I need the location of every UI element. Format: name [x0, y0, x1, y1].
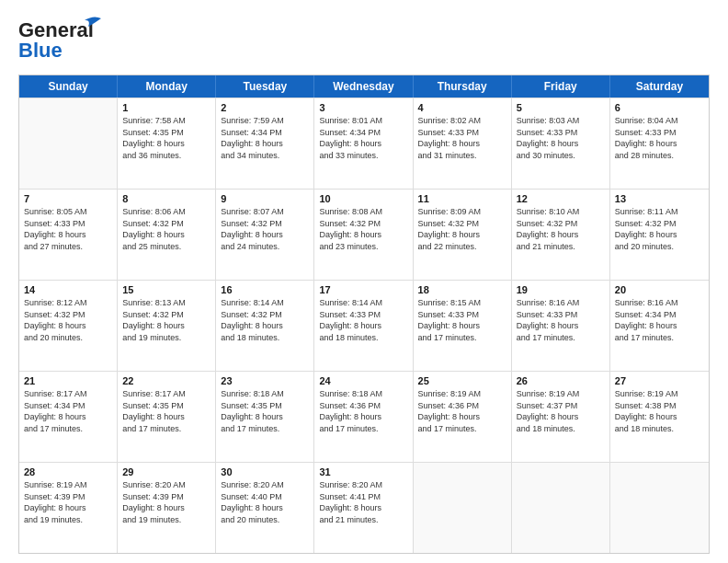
day-number: 31: [319, 466, 407, 477]
cell-info: Sunrise: 8:19 AMSunset: 4:36 PMDaylight:…: [418, 388, 506, 434]
calendar-header-cell: Thursday: [414, 75, 512, 98]
day-number: 18: [418, 284, 506, 295]
day-number: 14: [24, 284, 112, 295]
cell-info: Sunrise: 8:18 AMSunset: 4:36 PMDaylight:…: [319, 388, 407, 434]
cell-info: Sunrise: 8:16 AMSunset: 4:34 PMDaylight:…: [615, 297, 704, 343]
calendar-cell: 25Sunrise: 8:19 AMSunset: 4:36 PMDayligh…: [414, 372, 512, 462]
calendar-cell: [19, 98, 118, 189]
cell-info: Sunrise: 8:13 AMSunset: 4:32 PMDaylight:…: [122, 297, 210, 343]
calendar-cell: 24Sunrise: 8:18 AMSunset: 4:36 PMDayligh…: [314, 372, 413, 462]
calendar-header: SundayMondayTuesdayWednesdayThursdayFrid…: [19, 75, 709, 98]
svg-text:Blue: Blue: [18, 39, 63, 62]
day-number: 2: [221, 102, 309, 113]
calendar-cell: 26Sunrise: 8:19 AMSunset: 4:37 PMDayligh…: [512, 372, 610, 462]
calendar-week: 28Sunrise: 8:19 AMSunset: 4:39 PMDayligh…: [19, 462, 709, 553]
calendar-cell: [512, 463, 610, 553]
calendar-header-cell: Wednesday: [314, 75, 413, 98]
calendar-cell: 9Sunrise: 8:07 AMSunset: 4:32 PMDaylight…: [216, 190, 314, 280]
day-number: 12: [517, 193, 605, 204]
calendar-header-cell: Tuesday: [216, 75, 314, 98]
logo-svg: GeneralBlue: [18, 15, 119, 65]
day-number: 10: [319, 193, 407, 204]
day-number: 21: [24, 375, 112, 386]
calendar-cell: 13Sunrise: 8:11 AMSunset: 4:32 PMDayligh…: [610, 190, 709, 280]
day-number: 4: [418, 102, 506, 113]
day-number: 8: [122, 193, 210, 204]
cell-info: Sunrise: 8:14 AMSunset: 4:33 PMDaylight:…: [319, 297, 407, 343]
day-number: 24: [319, 375, 407, 386]
cell-info: Sunrise: 8:20 AMSunset: 4:40 PMDaylight:…: [221, 479, 309, 525]
day-number: 13: [615, 193, 704, 204]
cell-info: Sunrise: 8:01 AMSunset: 4:34 PMDaylight:…: [319, 115, 407, 161]
day-number: 3: [319, 102, 407, 113]
day-number: 1: [122, 102, 210, 113]
calendar-cell: 23Sunrise: 8:18 AMSunset: 4:35 PMDayligh…: [216, 372, 314, 462]
cell-info: Sunrise: 8:19 AMSunset: 4:38 PMDaylight:…: [615, 388, 704, 434]
cell-info: Sunrise: 8:11 AMSunset: 4:32 PMDaylight:…: [615, 206, 704, 252]
calendar-cell: 16Sunrise: 8:14 AMSunset: 4:32 PMDayligh…: [216, 281, 314, 371]
cell-info: Sunrise: 8:09 AMSunset: 4:32 PMDaylight:…: [418, 206, 506, 252]
calendar-cell: 8Sunrise: 8:06 AMSunset: 4:32 PMDaylight…: [118, 190, 216, 280]
cell-info: Sunrise: 8:08 AMSunset: 4:32 PMDaylight:…: [319, 206, 407, 252]
calendar-cell: 21Sunrise: 8:17 AMSunset: 4:34 PMDayligh…: [19, 372, 118, 462]
calendar-cell: 19Sunrise: 8:16 AMSunset: 4:33 PMDayligh…: [512, 281, 610, 371]
logo: GeneralBlue: [18, 15, 119, 65]
cell-info: Sunrise: 8:06 AMSunset: 4:32 PMDaylight:…: [122, 206, 210, 252]
calendar-cell: 31Sunrise: 8:20 AMSunset: 4:41 PMDayligh…: [314, 463, 413, 553]
calendar-week: 21Sunrise: 8:17 AMSunset: 4:34 PMDayligh…: [19, 371, 709, 462]
calendar-cell: 29Sunrise: 8:20 AMSunset: 4:39 PMDayligh…: [118, 463, 216, 553]
day-number: 9: [221, 193, 309, 204]
calendar-cell: 4Sunrise: 8:02 AMSunset: 4:33 PMDaylight…: [414, 98, 512, 189]
calendar-header-cell: Friday: [512, 75, 610, 98]
calendar-cell: 15Sunrise: 8:13 AMSunset: 4:32 PMDayligh…: [118, 281, 216, 371]
day-number: 6: [615, 102, 704, 113]
page: GeneralBlue SundayMondayTuesdayWednesday…: [0, 0, 728, 563]
cell-info: Sunrise: 8:07 AMSunset: 4:32 PMDaylight:…: [221, 206, 309, 252]
cell-info: Sunrise: 8:04 AMSunset: 4:33 PMDaylight:…: [615, 115, 704, 161]
day-number: 19: [517, 284, 605, 295]
calendar-header-cell: Saturday: [610, 75, 709, 98]
cell-info: Sunrise: 8:10 AMSunset: 4:32 PMDaylight:…: [517, 206, 605, 252]
calendar-cell: 27Sunrise: 8:19 AMSunset: 4:38 PMDayligh…: [610, 372, 709, 462]
logo-inner: GeneralBlue: [18, 15, 119, 65]
calendar: SundayMondayTuesdayWednesdayThursdayFrid…: [18, 75, 710, 554]
cell-info: Sunrise: 8:19 AMSunset: 4:39 PMDaylight:…: [24, 479, 112, 525]
calendar-header-cell: Monday: [118, 75, 216, 98]
day-number: 7: [24, 193, 112, 204]
cell-info: Sunrise: 8:19 AMSunset: 4:37 PMDaylight:…: [517, 388, 605, 434]
day-number: 28: [24, 466, 112, 477]
day-number: 29: [122, 466, 210, 477]
calendar-week: 14Sunrise: 8:12 AMSunset: 4:32 PMDayligh…: [19, 280, 709, 371]
header: GeneralBlue: [18, 15, 710, 65]
calendar-week: 7Sunrise: 8:05 AMSunset: 4:33 PMDaylight…: [19, 189, 709, 280]
day-number: 26: [517, 375, 605, 386]
calendar-cell: 17Sunrise: 8:14 AMSunset: 4:33 PMDayligh…: [314, 281, 413, 371]
day-number: 20: [615, 284, 704, 295]
cell-info: Sunrise: 8:16 AMSunset: 4:33 PMDaylight:…: [517, 297, 605, 343]
day-number: 5: [517, 102, 605, 113]
calendar-cell: 28Sunrise: 8:19 AMSunset: 4:39 PMDayligh…: [19, 463, 118, 553]
calendar-cell: [414, 463, 512, 553]
day-number: 23: [221, 375, 309, 386]
calendar-cell: 11Sunrise: 8:09 AMSunset: 4:32 PMDayligh…: [414, 190, 512, 280]
day-number: 15: [122, 284, 210, 295]
calendar-cell: 7Sunrise: 8:05 AMSunset: 4:33 PMDaylight…: [19, 190, 118, 280]
calendar-cell: 3Sunrise: 8:01 AMSunset: 4:34 PMDaylight…: [314, 98, 413, 189]
day-number: 25: [418, 375, 506, 386]
calendar-cell: 14Sunrise: 8:12 AMSunset: 4:32 PMDayligh…: [19, 281, 118, 371]
calendar-cell: 2Sunrise: 7:59 AMSunset: 4:34 PMDaylight…: [216, 98, 314, 189]
calendar-cell: 22Sunrise: 8:17 AMSunset: 4:35 PMDayligh…: [118, 372, 216, 462]
day-number: 30: [221, 466, 309, 477]
calendar-cell: 1Sunrise: 7:58 AMSunset: 4:35 PMDaylight…: [118, 98, 216, 189]
calendar-cell: 20Sunrise: 8:16 AMSunset: 4:34 PMDayligh…: [610, 281, 709, 371]
cell-info: Sunrise: 8:02 AMSunset: 4:33 PMDaylight:…: [418, 115, 506, 161]
day-number: 27: [615, 375, 704, 386]
cell-info: Sunrise: 8:18 AMSunset: 4:35 PMDaylight:…: [221, 388, 309, 434]
cell-info: Sunrise: 7:58 AMSunset: 4:35 PMDaylight:…: [122, 115, 210, 161]
cell-info: Sunrise: 8:14 AMSunset: 4:32 PMDaylight:…: [221, 297, 309, 343]
day-number: 17: [319, 284, 407, 295]
cell-info: Sunrise: 8:03 AMSunset: 4:33 PMDaylight:…: [517, 115, 605, 161]
calendar-cell: [610, 463, 709, 553]
calendar-cell: 30Sunrise: 8:20 AMSunset: 4:40 PMDayligh…: [216, 463, 314, 553]
calendar-header-cell: Sunday: [19, 75, 118, 98]
